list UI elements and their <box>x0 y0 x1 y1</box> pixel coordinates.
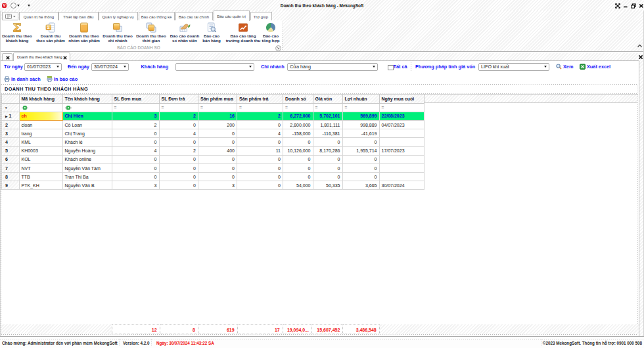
svg-text:Σ: Σ <box>47 25 50 30</box>
